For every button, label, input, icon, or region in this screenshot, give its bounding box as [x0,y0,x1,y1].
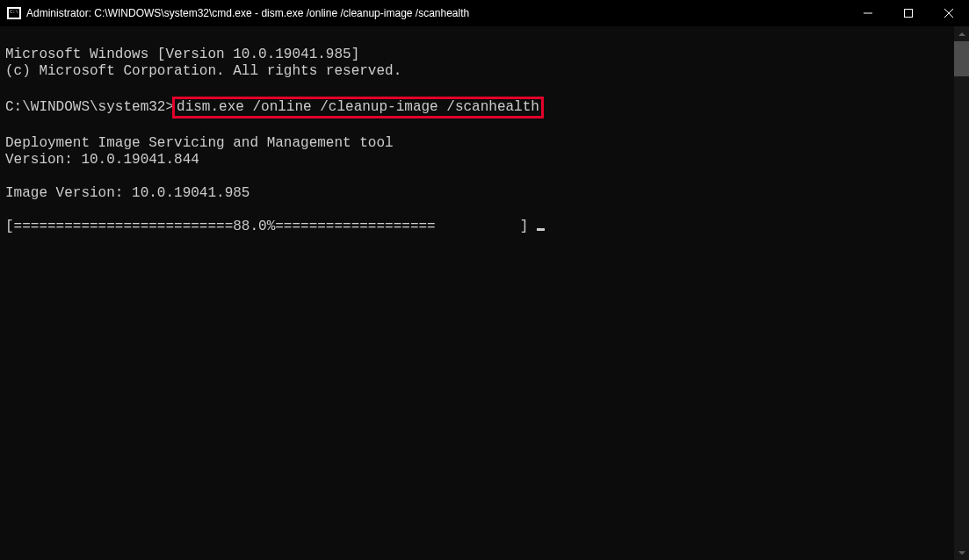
blank-line [5,80,949,97]
blank-line [5,169,949,185]
minimize-button[interactable] [848,0,888,26]
blank-line [5,118,949,135]
chevron-down-icon [958,551,965,555]
svg-marker-5 [958,551,965,555]
minimize-icon [864,9,872,18]
maximize-icon [904,9,913,18]
svg-rect-1 [905,10,913,18]
output-line: Image Version: 10.0.19041.985 [5,185,949,202]
highlighted-command: dism.exe /online /cleanup-image /scanhea… [172,97,544,118]
terminal-wrap: Microsoft Windows [Version 10.0.19041.98… [0,26,969,560]
prompt-line: C:\WINDOWS\system32>dism.exe /online /cl… [5,97,949,118]
progress-text: [==========================88.0%========… [5,219,537,234]
titlebar[interactable]: Administrator: C:\WINDOWS\system32\cmd.e… [0,0,969,26]
window-controls [848,0,969,25]
cmd-icon [7,7,21,19]
window-title: Administrator: C:\WINDOWS\system32\cmd.e… [26,7,848,19]
vertical-scrollbar[interactable] [954,26,969,560]
output-line: Microsoft Windows [Version 10.0.19041.98… [5,47,949,63]
cmd-window: Administrator: C:\WINDOWS\system32\cmd.e… [0,0,969,560]
output-line: Deployment Image Servicing and Managemen… [5,135,949,152]
cursor [537,228,545,231]
scroll-down-arrow-icon[interactable] [954,545,969,560]
close-button[interactable] [929,0,969,26]
prompt-prefix: C:\WINDOWS\system32> [5,99,174,115]
maximize-button[interactable] [888,0,929,26]
output-line: (c) Microsoft Corporation. All rights re… [5,63,949,80]
scroll-thumb[interactable] [954,41,969,76]
terminal[interactable]: Microsoft Windows [Version 10.0.19041.98… [0,26,954,560]
chevron-up-icon [958,32,965,36]
progress-line: [==========================88.0%========… [5,219,949,235]
svg-marker-4 [958,32,965,36]
close-icon [944,9,953,18]
scroll-up-arrow-icon[interactable] [954,26,969,41]
blank-line [5,202,949,219]
output-line: Version: 10.0.19041.844 [5,152,949,169]
